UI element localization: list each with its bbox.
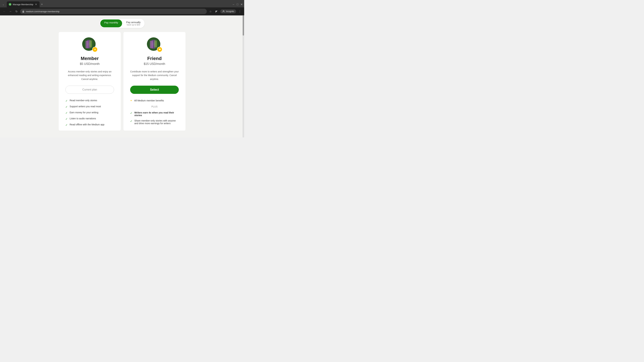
- member-feature-1-text: Read member-only stories: [70, 99, 97, 102]
- check-icon-4: ✓: [66, 117, 68, 120]
- page-content: Pay monthly Pay annually Save up to $30: [0, 15, 244, 137]
- check-icon-2: ✓: [66, 105, 68, 108]
- scrollbar-thumb[interactable]: [243, 15, 244, 35]
- annual-toggle-label: Pay annually: [126, 21, 140, 24]
- friend-avatar-container: ❤: [147, 37, 162, 52]
- annual-toggle-save: Save up to $30: [126, 24, 140, 26]
- member-feature-4-text: Listen to audio narrations: [70, 117, 96, 120]
- friend-feature-share: ✓ Share member-only stories with anyone …: [130, 119, 179, 125]
- friend-plan-description: Contribute more to writers and strengthe…: [130, 70, 179, 81]
- friend-feature-4x: ✓ Writers earn 4x when you read their st…: [130, 111, 179, 117]
- member-plan-card: ✦ Member $5 USD/month Access member-only…: [59, 32, 121, 131]
- plans-container: ✦ Member $5 USD/month Access member-only…: [58, 32, 186, 131]
- svg-text:m: m: [10, 4, 10, 5]
- tab-close-button[interactable]: ✕: [34, 3, 38, 6]
- member-feature-4: ✓ Listen to audio narrations: [66, 117, 96, 120]
- member-feature-5: ✓ Read offline with the Medium app: [66, 123, 104, 126]
- split-view-button[interactable]: ◤: [214, 9, 219, 14]
- friend-badge: ❤: [157, 47, 162, 52]
- member-plan-price: $5 USD/month: [80, 62, 100, 66]
- billing-toggle: Pay monthly Pay annually Save up to $30: [100, 19, 144, 28]
- member-plan-name: Member: [81, 56, 98, 61]
- tab-favicon: m: [9, 3, 12, 6]
- check-icon-3: ✓: [66, 111, 68, 114]
- svg-point-4: [224, 11, 224, 11]
- incognito-indicator: Incognito: [220, 9, 236, 13]
- friend-feature-all-benefits-text: All Medium member benefits: [134, 99, 164, 102]
- current-plan-button: Current plan: [66, 86, 114, 94]
- check-icon-friend-1: ✓: [130, 111, 132, 115]
- incognito-label: Incognito: [226, 10, 234, 12]
- member-feature-2-text: Support writers you read most: [70, 105, 101, 108]
- minimize-button[interactable]: ‒: [232, 3, 235, 6]
- lock-icon: [22, 10, 24, 12]
- close-window-button[interactable]: ✕: [240, 3, 243, 6]
- url-text: medium.com/manage-membership: [26, 10, 205, 13]
- tab-bar-left: ⌄: [1, 2, 5, 6]
- page-inner: Pay monthly Pay annually Save up to $30: [0, 15, 244, 137]
- member-badge: ✦: [92, 47, 98, 52]
- member-feature-1: ✓ Read member-only stories: [66, 99, 97, 102]
- friend-plan-price: $15 USD/month: [144, 62, 165, 66]
- incognito-icon: [222, 10, 225, 13]
- window-controls: ‒ □ ✕: [232, 3, 243, 6]
- new-tab-button[interactable]: +: [40, 2, 44, 7]
- star-icon: ✦: [130, 99, 132, 102]
- friend-feature-share-text: Share member-only stories with anyone an…: [134, 119, 179, 125]
- menu-button[interactable]: ⋮: [238, 9, 242, 14]
- address-bar-right: ☆ ◤ Incognito ⋮: [208, 9, 242, 14]
- friend-plan-name: Friend: [147, 56, 162, 61]
- member-plan-description: Access member-only stories and enjoy an …: [66, 70, 114, 81]
- refresh-button[interactable]: ↻: [14, 9, 19, 14]
- member-feature-5-text: Read offline with the Medium app: [70, 123, 104, 126]
- maximize-button[interactable]: □: [236, 3, 239, 6]
- friend-feature-all-benefits: ✦ All Medium member benefits: [130, 99, 164, 102]
- friend-plus-label: PLUS: [130, 105, 179, 108]
- member-features-list: ✓ Read member-only stories ✓ Support wri…: [66, 99, 114, 126]
- friend-feature-4x-text: Writers earn 4x when you read their stor…: [134, 111, 179, 117]
- friend-plan-card: ❤ Friend $15 USD/month Contribute more t…: [124, 32, 186, 131]
- member-feature-2: ✓ Support writers you read most: [66, 105, 101, 108]
- tab-list-arrow[interactable]: ⌄: [1, 2, 5, 6]
- check-icon-5: ✓: [66, 123, 68, 126]
- member-avatar-container: ✦: [82, 37, 97, 52]
- address-bar[interactable]: medium.com/manage-membership: [20, 9, 207, 14]
- annual-toggle-option[interactable]: Pay annually Save up to $30: [123, 19, 144, 27]
- tab-bar: ⌄ m Manage Membership ✕ + ‒ □ ✕: [0, 0, 244, 7]
- bookmark-button[interactable]: ☆: [208, 9, 213, 14]
- scrollbar[interactable]: [242, 15, 244, 137]
- check-icon-friend-2: ✓: [130, 119, 132, 123]
- browser-chrome: ⌄ m Manage Membership ✕ + ‒ □ ✕ ← → ↻: [0, 0, 244, 15]
- forward-button[interactable]: →: [8, 9, 13, 14]
- monthly-toggle-option[interactable]: Pay monthly: [100, 19, 122, 27]
- tab-title: Manage Membership: [13, 3, 33, 6]
- back-button[interactable]: ←: [2, 9, 7, 14]
- svg-rect-2: [22, 11, 24, 12]
- friend-features-list: ✦ All Medium member benefits PLUS ✓ Writ…: [130, 99, 179, 125]
- active-tab[interactable]: m Manage Membership ✕: [7, 1, 40, 7]
- select-button[interactable]: Select: [130, 86, 179, 94]
- address-bar-row: ← → ↻ medium.com/manage-membership ☆ ◤ I…: [0, 7, 244, 15]
- member-feature-3-text: Earn money for your writing: [70, 111, 98, 114]
- check-icon-1: ✓: [66, 99, 68, 102]
- member-feature-3: ✓ Earn money for your writing: [66, 111, 98, 114]
